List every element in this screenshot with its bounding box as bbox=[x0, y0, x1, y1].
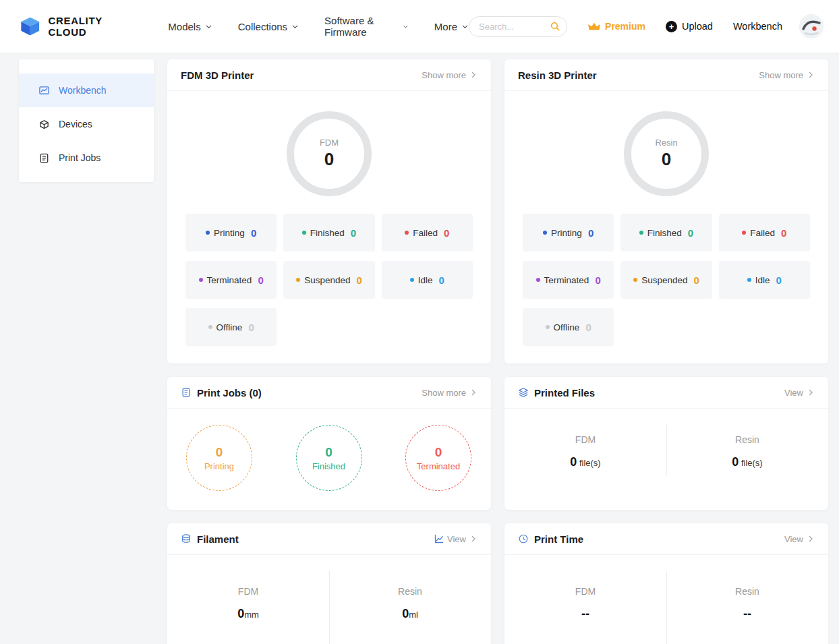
card-header: FDM 3D Printer Show more bbox=[167, 59, 491, 91]
premium-crown-icon bbox=[587, 22, 601, 32]
show-more-link[interactable]: Show more bbox=[759, 70, 815, 80]
status-dot bbox=[199, 278, 203, 282]
stat-label: FDM bbox=[504, 434, 666, 445]
show-more-label: Show more bbox=[422, 70, 466, 80]
main-content: FDM 3D Printer Show more FDM 0 Printing … bbox=[167, 59, 828, 644]
workbench-icon bbox=[38, 85, 50, 96]
job-value: 0 bbox=[435, 445, 442, 460]
stat-value-row: -- bbox=[666, 607, 828, 621]
card-title: FDM 3D Printer bbox=[181, 69, 254, 81]
card-title: Print Jobs (0) bbox=[197, 387, 262, 399]
job-stat-circle: 0 Printing bbox=[186, 425, 252, 491]
status-label: Printing bbox=[214, 228, 245, 238]
job-value: 0 bbox=[216, 445, 223, 460]
card-body: FDM 0mm Resin 0ml bbox=[167, 555, 491, 644]
menu-models[interactable]: Models bbox=[168, 15, 212, 38]
card-body: 0 Printing 0 Finished 0 Terminated bbox=[167, 409, 491, 510]
menu-collections[interactable]: Collections bbox=[238, 15, 299, 38]
status-value: 0 bbox=[588, 227, 594, 239]
job-label: Printing bbox=[204, 461, 234, 471]
status-value: 0 bbox=[351, 227, 356, 239]
status-value: 0 bbox=[439, 274, 444, 286]
status-chip: Printing 0 bbox=[523, 214, 614, 252]
stat-unit: file(s) bbox=[577, 458, 600, 468]
status-chip: Terminated 0 bbox=[185, 261, 277, 299]
sidebar-item-label: Workbench bbox=[59, 85, 107, 96]
sidebar-item-devices[interactable]: Devices bbox=[19, 107, 154, 141]
status-label: Suspended bbox=[304, 275, 350, 285]
page-layout: Workbench Devices Print Jobs FDM 3D bbox=[0, 53, 839, 644]
status-value: 0 bbox=[595, 274, 600, 286]
view-label: View bbox=[784, 534, 803, 544]
search-box bbox=[469, 16, 567, 37]
card-header-left: Filament bbox=[181, 533, 239, 545]
status-chip: Finished 0 bbox=[620, 214, 712, 252]
view-link[interactable]: View bbox=[784, 388, 815, 398]
printed-files-layers-icon bbox=[518, 387, 529, 398]
filament-spool-icon bbox=[181, 533, 192, 544]
sidebar-item-workbench[interactable]: Workbench bbox=[19, 74, 154, 107]
menu-more[interactable]: More bbox=[434, 15, 469, 38]
view-link[interactable]: View bbox=[434, 534, 478, 544]
donut-label: Resin bbox=[655, 138, 677, 148]
stat-column-resin: Resin -- bbox=[666, 586, 828, 644]
sidebar-item-label: Print Jobs bbox=[59, 152, 100, 163]
show-more-link[interactable]: Show more bbox=[422, 70, 478, 80]
stat-value: 0 bbox=[237, 607, 244, 620]
upload-plus-icon: + bbox=[666, 21, 677, 32]
card-title: Filament bbox=[197, 533, 239, 545]
chevron-down-icon bbox=[205, 23, 212, 30]
status-dot bbox=[208, 325, 212, 329]
show-more-label: Show more bbox=[422, 388, 466, 398]
logo-text: CREALITY CLOUD bbox=[48, 15, 137, 38]
resin-printer-card: Resin 3D Printer Show more Resin 0 Print… bbox=[504, 59, 828, 363]
stat-label: FDM bbox=[167, 586, 329, 597]
user-avatar[interactable] bbox=[800, 15, 823, 38]
job-label: Terminated bbox=[417, 461, 460, 471]
stat-value-row: 0ml bbox=[329, 607, 491, 621]
status-value: 0 bbox=[693, 274, 699, 286]
creality-logo[interactable]: CREALITY CLOUD bbox=[19, 15, 137, 38]
upload-button[interactable]: + Upload bbox=[666, 21, 713, 32]
premium-link[interactable]: Premium bbox=[587, 21, 645, 32]
fdm-printer-card: FDM 3D Printer Show more FDM 0 Printing … bbox=[167, 59, 491, 363]
sidebar-item-label: Devices bbox=[59, 119, 92, 129]
navbar-right: Premium + Upload Workbench bbox=[469, 15, 823, 38]
chevron-right-icon bbox=[469, 388, 478, 397]
status-dot bbox=[543, 231, 547, 235]
view-link[interactable]: View bbox=[784, 534, 815, 544]
show-more-link[interactable]: Show more bbox=[422, 388, 478, 398]
stat-label: FDM bbox=[504, 586, 666, 597]
status-chip: Printing 0 bbox=[185, 214, 277, 252]
clock-icon bbox=[518, 533, 529, 544]
chevron-right-icon bbox=[807, 388, 815, 397]
premium-label: Premium bbox=[605, 21, 645, 32]
card-header: Resin 3D Printer Show more bbox=[504, 59, 828, 91]
search-icon[interactable] bbox=[550, 21, 560, 32]
chevron-right-icon bbox=[469, 71, 478, 79]
stat-label: Resin bbox=[666, 586, 828, 597]
view-label: View bbox=[447, 534, 466, 544]
workbench-link[interactable]: Workbench bbox=[733, 21, 782, 32]
sidebar-item-print-jobs[interactable]: Print Jobs bbox=[19, 141, 154, 175]
menu-software-firmware[interactable]: Software & Firmware bbox=[324, 15, 409, 38]
menu-label: Models bbox=[168, 21, 200, 32]
job-stat-circle: 0 Terminated bbox=[405, 425, 471, 491]
vertical-divider bbox=[666, 425, 667, 475]
vertical-divider bbox=[329, 571, 330, 644]
stat-label: Resin bbox=[329, 586, 491, 597]
chevron-right-icon bbox=[807, 71, 815, 79]
card-body: FDM 0 file(s) Resin 0 file(s) bbox=[504, 409, 828, 490]
avatar-image bbox=[800, 15, 823, 38]
stat-unit: ml bbox=[409, 610, 418, 620]
status-chip: Idle 0 bbox=[382, 261, 473, 299]
printer-count-donut: FDM 0 bbox=[287, 111, 372, 196]
filament-card: Filament View FDM 0mm bbox=[167, 523, 491, 644]
status-value: 0 bbox=[688, 227, 693, 239]
status-chip: Failed 0 bbox=[719, 214, 810, 252]
status-chip: Suspended 0 bbox=[283, 261, 374, 299]
print-jobs-card: Print Jobs (0) Show more 0 Printing 0 Fi… bbox=[167, 377, 491, 510]
stat-unit: mm bbox=[244, 610, 259, 620]
view-label: View bbox=[784, 388, 803, 398]
status-chip: Idle 0 bbox=[719, 261, 810, 299]
